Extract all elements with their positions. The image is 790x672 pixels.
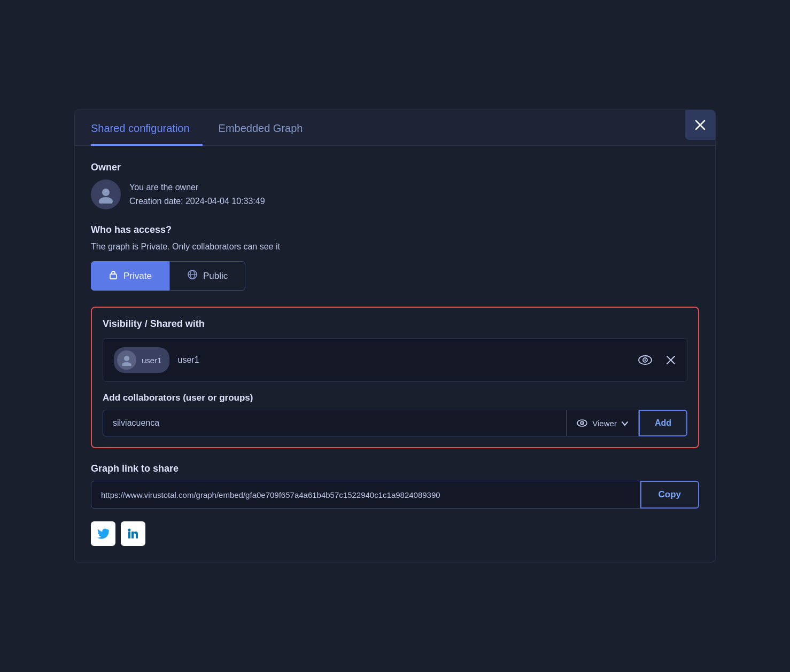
- tab-bar: Shared configuration Embedded Graph: [75, 110, 715, 146]
- owner-text: You are the owner: [129, 181, 265, 194]
- svg-point-12: [645, 360, 646, 361]
- chevron-down-icon: [621, 419, 629, 428]
- owner-label: Owner: [91, 162, 699, 173]
- public-label: Public: [203, 271, 228, 282]
- linkedin-share-button[interactable]: [121, 521, 145, 546]
- private-button[interactable]: Private: [91, 261, 169, 291]
- tab-shared-configuration[interactable]: Shared configuration: [91, 111, 203, 146]
- graph-link-section: Graph link to share Copy: [91, 463, 699, 509]
- user-chip: user1: [114, 347, 169, 373]
- user-chip-name: user1: [142, 356, 162, 365]
- owner-info: You are the owner Creation date: 2024-04…: [129, 181, 265, 208]
- table-row: user1 user1: [114, 347, 676, 373]
- link-row: Copy: [91, 481, 699, 509]
- add-collaborators-row: Viewer Add: [103, 410, 687, 436]
- svg-rect-4: [110, 274, 117, 279]
- graph-link-label: Graph link to share: [91, 463, 699, 474]
- user-list: user1 user1: [103, 338, 687, 382]
- modal: Shared configuration Embedded Graph Owne…: [74, 110, 716, 562]
- lock-icon: [109, 270, 118, 282]
- shared-with-title: Visibility / Shared with: [103, 318, 687, 330]
- add-collaborator-button[interactable]: Add: [639, 410, 687, 436]
- social-row: [91, 521, 699, 546]
- copy-button[interactable]: Copy: [640, 481, 700, 509]
- svg-rect-18: [128, 532, 130, 538]
- svg-point-17: [582, 423, 583, 424]
- user-actions: [638, 355, 676, 365]
- viewer-label: Viewer: [592, 419, 617, 428]
- globe-icon: [187, 269, 198, 283]
- view-permission-button[interactable]: [638, 355, 653, 365]
- close-button[interactable]: [685, 110, 715, 140]
- graph-link-input[interactable]: [91, 481, 640, 509]
- svg-point-9: [122, 362, 131, 366]
- add-collaborators-label: Add collaborators (user or groups): [103, 393, 687, 403]
- twitter-share-button[interactable]: [91, 521, 115, 546]
- visibility-toggle: Private Public: [91, 261, 699, 291]
- svg-point-3: [99, 197, 113, 204]
- access-label: Who has access?: [91, 224, 699, 236]
- shared-with-box: Visibility / Shared with user1 user1: [91, 307, 699, 448]
- public-button[interactable]: Public: [169, 261, 245, 291]
- viewer-select[interactable]: Viewer: [567, 410, 639, 436]
- access-description: The graph is Private. Only collaborators…: [91, 242, 699, 252]
- collaborator-input[interactable]: [103, 410, 567, 436]
- avatar: [117, 350, 136, 370]
- creation-date: Creation date: 2024-04-04 10:33:49: [129, 194, 265, 208]
- svg-point-19: [128, 529, 131, 532]
- modal-content: Owner You are the owner Creation date: 2…: [75, 146, 715, 562]
- svg-point-2: [102, 189, 110, 196]
- private-label: Private: [123, 271, 152, 282]
- remove-user-button[interactable]: [665, 355, 676, 365]
- tab-embedded-graph[interactable]: Embedded Graph: [219, 111, 316, 146]
- user-display-name: user1: [178, 355, 629, 365]
- owner-row: You are the owner Creation date: 2024-04…: [91, 179, 699, 209]
- svg-point-8: [124, 356, 129, 361]
- owner-avatar: [91, 179, 121, 209]
